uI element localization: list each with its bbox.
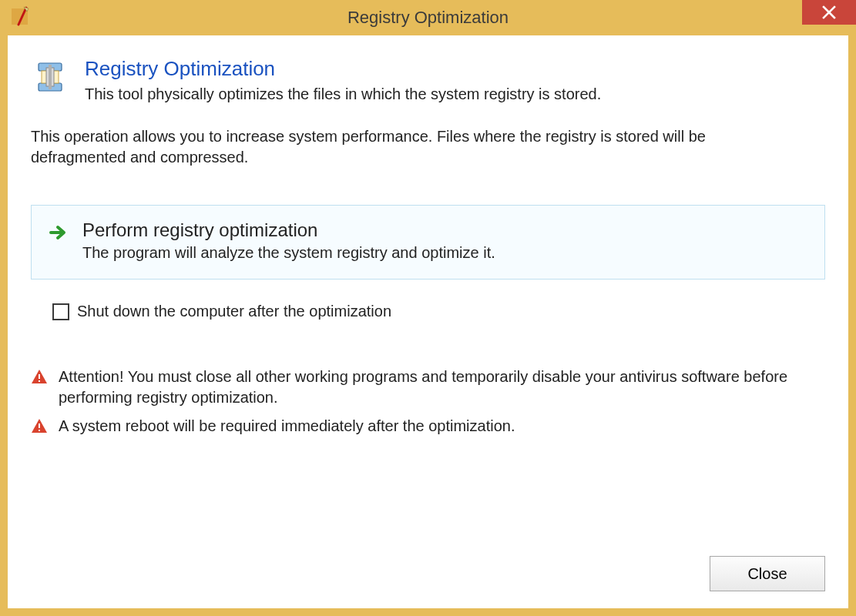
app-icon [9,6,32,29]
svg-rect-6 [39,380,40,382]
footer: Close [710,556,825,591]
description-text: This operation allows you to increase sy… [31,126,801,168]
warnings: Attention! You must close all other work… [31,367,825,437]
warning-item: A system reboot will be required immedia… [31,416,825,437]
close-icon [822,5,836,19]
window-close-button[interactable] [802,0,856,25]
title-bar[interactable]: Registry Optimization [0,0,856,35]
svg-rect-5 [39,374,40,379]
action-subtitle: The program will analyze the system regi… [82,244,495,262]
app-window: Registry Optimization Registry Optimizat… [0,0,856,616]
page-subtitle: This tool physically optimizes the files… [85,85,601,103]
shutdown-checkbox[interactable] [52,303,69,320]
arrow-right-icon [49,223,69,243]
warning-text: A system reboot will be required immedia… [59,416,515,437]
close-button[interactable]: Close [710,556,825,591]
page-header: Registry Optimization This tool physical… [31,57,825,103]
shutdown-label: Shut down the computer after the optimiz… [77,303,391,320]
svg-rect-4 [49,65,52,89]
warning-item: Attention! You must close all other work… [31,367,825,408]
window-title: Registry Optimization [0,8,856,28]
perform-optimization-button[interactable]: Perform registry optimization The progra… [31,205,825,280]
shutdown-option[interactable]: Shut down the computer after the optimiz… [52,303,825,320]
svg-rect-8 [39,430,40,431]
svg-rect-7 [39,424,40,428]
clamp-icon [31,57,71,97]
action-title: Perform registry optimization [82,219,495,241]
warning-icon [31,368,48,385]
warning-icon [31,417,48,434]
page-title: Registry Optimization [85,57,601,81]
client-area: Registry Optimization This tool physical… [8,35,848,608]
warning-text: Attention! You must close all other work… [59,367,825,408]
